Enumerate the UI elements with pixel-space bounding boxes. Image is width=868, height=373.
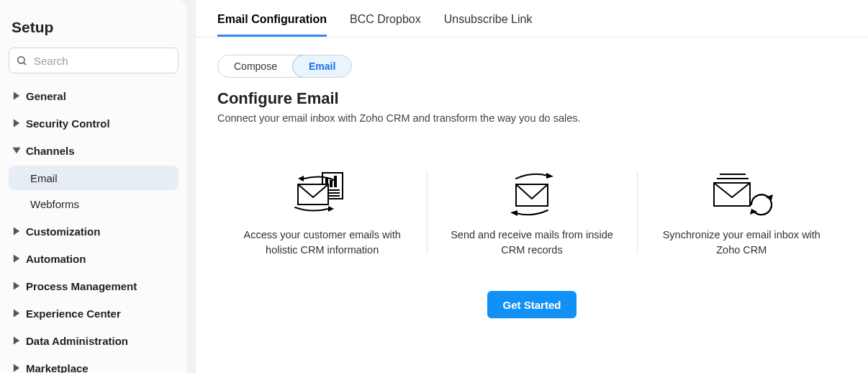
caret-right-icon <box>12 118 22 128</box>
feature-access: Access your customer emails with holisti… <box>217 167 427 258</box>
svg-marker-14 <box>510 210 517 216</box>
pill-label: Email <box>309 60 335 72</box>
sidebar-subitem-label: Webforms <box>30 198 79 210</box>
tab-unsubscribe-link[interactable]: Unsubscribe Link <box>444 13 533 37</box>
sidebar-item-label: Marketplace <box>26 362 89 374</box>
sidebar-item-data-administration[interactable]: Data Administration <box>9 327 178 354</box>
svg-marker-10 <box>328 206 334 212</box>
section-title: Configure Email <box>217 89 846 108</box>
svg-point-0 <box>18 57 24 63</box>
svg-rect-12 <box>516 184 548 206</box>
sidebar-item-customization[interactable]: Customization <box>9 217 178 245</box>
search-icon <box>16 55 27 66</box>
get-started-button[interactable]: Get Started <box>487 291 577 318</box>
sidebar-item-label: Automation <box>26 253 86 265</box>
pill-compose[interactable]: Compose <box>218 55 293 77</box>
mode-pills: Compose Email <box>217 55 352 78</box>
sidebar-item-process-management[interactable]: Process Management <box>9 272 178 300</box>
caret-right-icon <box>12 91 22 101</box>
sidebar-item-channels[interactable]: Channels <box>9 137 178 164</box>
tab-label: BCC Dropbox <box>350 13 421 25</box>
sidebar-subitem-email[interactable]: Email <box>9 166 178 190</box>
feature-text: Access your customer emails with holisti… <box>239 228 405 258</box>
feature-sync: Synchronize your email inbox with Zoho C… <box>637 167 846 258</box>
sidebar-item-general[interactable]: General <box>9 82 178 109</box>
feature-text: Synchronize your email inbox with Zoho C… <box>659 228 825 258</box>
top-tabs: Email Configuration BCC Dropbox Unsubscr… <box>196 0 868 37</box>
svg-marker-11 <box>298 176 304 181</box>
caret-right-icon <box>12 363 22 373</box>
svg-line-1 <box>24 63 26 65</box>
sidebar-item-automation[interactable]: Automation <box>9 245 178 272</box>
content-area: Compose Email Configure Email Connect yo… <box>196 37 868 318</box>
sidebar-subitem-webforms[interactable]: Webforms <box>9 192 178 216</box>
sidebar-item-label: Channels <box>26 145 75 157</box>
caret-right-icon <box>12 281 22 291</box>
caret-down-icon <box>12 145 22 156</box>
search-wrap <box>9 48 178 73</box>
cta-wrap: Get Started <box>217 291 846 318</box>
sidebar-item-label: Experience Center <box>26 307 121 320</box>
caret-right-icon <box>12 308 22 318</box>
email-doc-sync-icon <box>239 167 405 220</box>
section-description: Connect your email inbox with Zoho CRM a… <box>217 112 846 124</box>
tab-label: Email Configuration <box>217 13 327 25</box>
sidebar-subitem-label: Email <box>30 172 58 184</box>
sidebar-item-label: Security Control <box>26 117 110 130</box>
svg-rect-7 <box>330 180 333 187</box>
sidebar-item-label: Process Management <box>26 280 137 292</box>
sidebar-title: Setup <box>9 12 178 48</box>
features-row: Access your customer emails with holisti… <box>217 167 846 258</box>
tab-label: Unsubscribe Link <box>444 13 533 25</box>
sidebar-nav: General Security Control Channels Email … <box>9 82 178 373</box>
feature-send-receive: Send and receive mails from inside CRM r… <box>427 167 636 258</box>
tab-email-configuration[interactable]: Email Configuration <box>217 13 327 37</box>
email-send-receive-icon <box>448 167 615 220</box>
caret-right-icon <box>12 226 22 236</box>
pill-email[interactable]: Email <box>292 55 352 78</box>
email-stack-sync-icon <box>659 167 825 220</box>
main-panel: Email Configuration BCC Dropbox Unsubscr… <box>196 0 868 373</box>
sidebar-item-security-control[interactable]: Security Control <box>9 109 178 137</box>
svg-marker-13 <box>546 173 553 179</box>
sidebar-item-marketplace[interactable]: Marketplace <box>9 354 178 373</box>
setup-sidebar: Setup General Security Control Channels … <box>0 0 187 373</box>
sidebar-item-label: General <box>26 90 66 102</box>
sidebar-item-label: Data Administration <box>26 335 128 347</box>
tab-bcc-dropbox[interactable]: BCC Dropbox <box>350 13 421 37</box>
feature-text: Send and receive mails from inside CRM r… <box>448 228 615 258</box>
sidebar-item-experience-center[interactable]: Experience Center <box>9 300 178 327</box>
svg-rect-8 <box>334 176 337 187</box>
caret-right-icon <box>12 336 22 346</box>
cta-label: Get Started <box>503 299 561 311</box>
caret-right-icon <box>12 253 22 264</box>
search-input[interactable] <box>9 48 178 73</box>
sidebar-item-label: Customization <box>26 225 100 238</box>
channels-subitems: Email Webforms <box>9 166 178 216</box>
pill-label: Compose <box>234 60 277 72</box>
